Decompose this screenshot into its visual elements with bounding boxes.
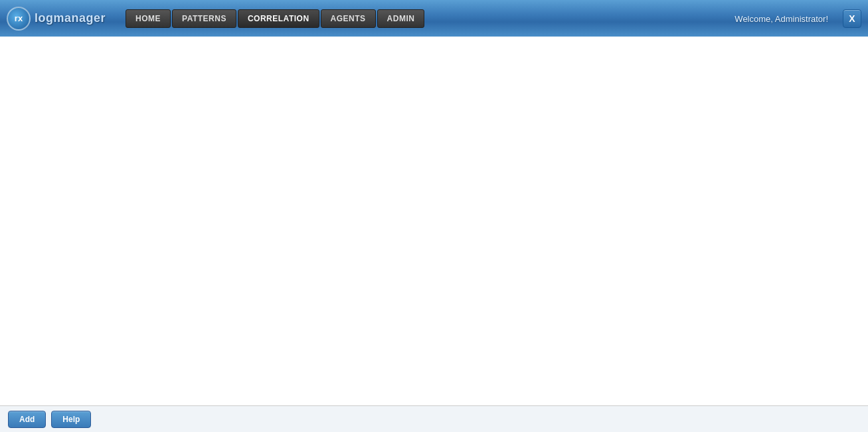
nav-patterns[interactable]: PATTERNS [172, 9, 236, 28]
nav: HOME PATTERNS CORRELATION AGENTS ADMIN [126, 9, 424, 28]
logo: rx logmanager [7, 7, 106, 31]
main-content [0, 37, 868, 405]
logo-icon: rx [7, 7, 31, 31]
add-button[interactable]: Add [8, 411, 46, 428]
header: rx logmanager HOME PATTERNS CORRELATION … [0, 0, 868, 37]
nav-agents[interactable]: AGENTS [321, 9, 376, 28]
welcome-text: Welcome, Administrator! [735, 13, 828, 23]
help-button[interactable]: Help [51, 411, 91, 428]
bottom-bar: Add Help [0, 405, 868, 432]
close-button[interactable]: X [843, 9, 861, 28]
logo-text: logmanager [35, 11, 106, 25]
nav-admin[interactable]: ADMIN [377, 9, 425, 28]
nav-home[interactable]: HOME [126, 9, 171, 28]
nav-correlation[interactable]: CORRELATION [238, 9, 319, 28]
